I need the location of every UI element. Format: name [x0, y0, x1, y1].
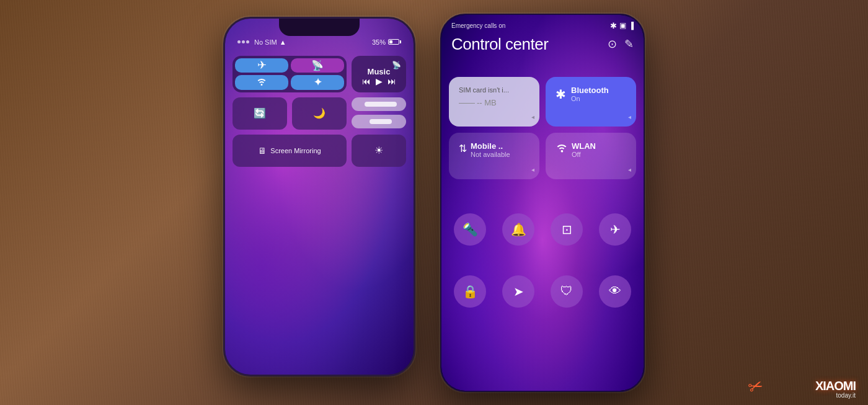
- bluetooth-icon: ✦: [314, 76, 322, 88]
- lock-icon: 🔒: [463, 284, 478, 299]
- location-circle: ➤: [502, 275, 534, 308]
- screen-mirroring-label: Screen Mirroring: [270, 147, 321, 154]
- silent-btn[interactable]: 🔔: [497, 213, 539, 246]
- scissors-icon: ✂: [745, 375, 766, 399]
- lock-btn[interactable]: 🔒: [449, 275, 491, 308]
- eye-btn[interactable]: 👁: [594, 275, 636, 308]
- bell-icon: 🔔: [511, 222, 526, 237]
- main-scene: No SIM ▲ 35%: [0, 0, 868, 405]
- wlan-arrow-icon: ◂: [628, 166, 631, 173]
- xiaomi-circle-row1: 🔦 🔔 ⊡ ✈: [449, 213, 636, 246]
- airplay-icon[interactable]: 📡: [392, 61, 401, 69]
- wlan-tile[interactable]: WLAN Off ◂: [546, 133, 636, 179]
- location-btn[interactable]: ➤: [497, 275, 539, 308]
- mobile-data-label: Mobile ..: [471, 141, 510, 151]
- silent-circle: 🔔: [502, 213, 534, 246]
- control-center-title: Control center: [451, 35, 548, 54]
- airplane-mode-btn[interactable]: ✈: [235, 58, 288, 73]
- screen-mirroring-icon: 🖥: [258, 146, 267, 156]
- emergency-text: Emergency calls on: [451, 22, 505, 29]
- cellular-btn[interactable]: 📡: [291, 58, 344, 73]
- music-label: Music: [368, 67, 391, 76]
- xiaomi-brand-text: XIAOMI: [815, 379, 856, 393]
- brightness-btn[interactable]: ☀: [352, 135, 406, 167]
- mobile-data-arrow-icon: ◂: [531, 166, 534, 173]
- battery-percent: 35%: [372, 38, 386, 46]
- xiaomi-main-grid: SIM card isn't i... —— -- MB ◂ ✱ Bluetoo…: [449, 77, 636, 179]
- settings-icon[interactable]: ⊙: [608, 37, 617, 51]
- android-status-bar: Emergency calls on ✱ ▣ ▐: [441, 21, 644, 30]
- fast-forward-icon[interactable]: ⏭: [388, 76, 396, 86]
- bluetooth-tile-label: Bluetooth: [571, 86, 609, 95]
- eye-icon: 👁: [609, 284, 621, 298]
- battery-status-icon: ▐: [629, 22, 634, 29]
- location-icon: ➤: [513, 284, 524, 299]
- sim-tile[interactable]: SIM card isn't i... —— -- MB ◂: [449, 77, 539, 127]
- sim-sublabel: —— -- MB: [459, 98, 529, 107]
- xiaomi-device: Emergency calls on ✱ ▣ ▐ Control center …: [440, 14, 645, 392]
- airplane-circle: ✈: [599, 213, 631, 246]
- xiaomi-screen: Emergency calls on ✱ ▣ ▐ Control center …: [441, 15, 644, 391]
- bluetooth-tile-sublabel: On: [571, 95, 609, 102]
- ios-controls-grid: ✈ 📡 ✦: [232, 56, 406, 167]
- iphone-screen: No SIM ▲ 35%: [225, 19, 414, 375]
- bluetooth-tile-icon: ✱: [556, 87, 566, 102]
- bluetooth-status-icon: ✱: [610, 21, 617, 30]
- screen-mirroring-btn[interactable]: 🖥 Screen Mirroring: [232, 135, 347, 167]
- dot-3: [246, 40, 249, 43]
- xiaomi-title-row: Control center ⊙ ✎: [441, 35, 644, 54]
- do-not-disturb-btn[interactable]: 🌙: [292, 97, 347, 130]
- iphone-device: No SIM ▲ 35%: [223, 17, 415, 376]
- bluetooth-btn[interactable]: ✦: [291, 75, 344, 90]
- iphone-notch: [279, 19, 360, 36]
- flashlight-btn[interactable]: 🔦: [449, 213, 491, 246]
- mobile-data-icon: ⇅: [459, 143, 467, 154]
- sim-label-text: SIM card isn't i...: [459, 86, 509, 94]
- mobile-data-tile[interactable]: ⇅ Mobile .. Not available ◂: [449, 133, 539, 179]
- lock-rotation-icon: 🔄: [254, 107, 266, 119]
- android-status-icons: ✱ ▣ ▐: [610, 21, 634, 30]
- ios-status-left: No SIM ▲: [237, 38, 286, 46]
- xiaomi-circle-row2: 🔒 ➤ 🛡 👁: [449, 275, 636, 308]
- carrier-dots: [237, 40, 249, 43]
- airplane-circle-icon: ✈: [610, 222, 621, 237]
- ios-status-right: 35%: [372, 38, 401, 46]
- wlan-sublabel: Off: [572, 151, 596, 158]
- music-tile[interactable]: 📡 Music ⏮ ▶ ⏭: [352, 56, 406, 92]
- screenshot-circle: ⊡: [551, 213, 583, 246]
- flashlight-circle: 🔦: [454, 213, 486, 246]
- sim-arrow-icon: ◂: [531, 113, 534, 120]
- edit-icon[interactable]: ✎: [624, 37, 634, 51]
- wifi-status-icon: ▲: [280, 38, 286, 46]
- xiaomi-site-text: today.it: [815, 392, 856, 399]
- wifi-icon: [256, 77, 267, 88]
- cellular-icon: 📡: [311, 60, 324, 71]
- screenshot-btn[interactable]: ⊡: [546, 213, 588, 246]
- privacy-circle: 🛡: [551, 275, 583, 308]
- privacy-btn[interactable]: 🛡: [546, 275, 588, 308]
- lock-rotation-btn[interactable]: 🔄: [232, 97, 287, 130]
- bluetooth-arrow-icon: ◂: [628, 113, 631, 120]
- ios-status-bar: No SIM ▲ 35%: [225, 38, 414, 46]
- ios-connectivity-quad: ✈ 📡 ✦: [232, 56, 347, 92]
- moon-icon: 🌙: [313, 107, 326, 119]
- signal-icon: ▣: [619, 21, 626, 30]
- dot-2: [242, 40, 245, 43]
- rewind-icon[interactable]: ⏮: [362, 76, 371, 86]
- battery-icon: [388, 39, 401, 45]
- play-icon[interactable]: ▶: [376, 76, 383, 86]
- lock-circle: 🔒: [454, 275, 486, 308]
- xiaomi-title-actions: ⊙ ✎: [608, 37, 634, 51]
- flashlight-icon: 🔦: [463, 222, 478, 237]
- dot-1: [237, 40, 241, 43]
- sim-label: SIM card isn't i...: [459, 86, 529, 94]
- sim-mb-text: -- MB: [477, 98, 497, 107]
- brightness-fill: [365, 102, 397, 107]
- brightness-icon: ☀: [374, 145, 383, 156]
- airplane-btn[interactable]: ✈: [594, 213, 636, 246]
- wlan-label: WLAN: [572, 141, 596, 151]
- mobile-data-sublabel: Not available: [471, 151, 510, 158]
- volume-fill: [370, 119, 391, 124]
- bluetooth-tile[interactable]: ✱ Bluetooth On ◂: [546, 77, 636, 127]
- wifi-btn[interactable]: [235, 75, 288, 90]
